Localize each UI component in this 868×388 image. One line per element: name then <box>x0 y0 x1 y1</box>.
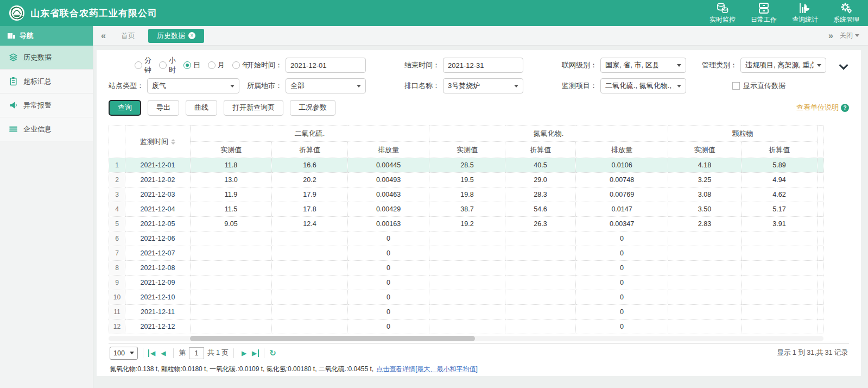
value-cell: 16.6 <box>272 158 348 173</box>
collapse-filters-icon[interactable] <box>839 61 848 70</box>
time-cell: 2021-12-05 <box>125 217 191 231</box>
page-number-input[interactable] <box>189 347 204 359</box>
daily-work-icon <box>757 2 770 14</box>
outlet-select[interactable]: 3号焚烧炉 <box>443 78 523 93</box>
close-tabs-menu[interactable]: 关闭 <box>840 31 859 40</box>
working-params-button[interactable]: 工况参数 <box>290 100 335 116</box>
partial-cell <box>818 261 824 276</box>
table-row[interactable]: 42021-12-0411.517.80.0042938.754.60.0147… <box>109 202 824 217</box>
value-cell: 19.2 <box>429 217 505 231</box>
sidebar-item-history-data[interactable]: 历史数据 <box>0 46 93 70</box>
value-cell: 0.00493 <box>348 173 429 187</box>
help-icon: ? <box>841 104 849 112</box>
query-button[interactable]: 查询 <box>109 100 141 116</box>
start-time-input[interactable] <box>286 58 366 73</box>
period-radio-分钟[interactable]: 分钟 <box>135 55 151 75</box>
sub-header: 实测值 <box>429 142 505 158</box>
value-cell <box>429 290 505 305</box>
value-cell <box>742 231 818 246</box>
curve-button[interactable]: 曲线 <box>186 100 217 116</box>
value-cell <box>272 320 348 334</box>
manage-type-label: 管理类别： <box>702 60 737 70</box>
scrollbar-thumb[interactable] <box>190 336 475 341</box>
value-cell: 54.6 <box>505 202 576 217</box>
direct-data-checkbox[interactable] <box>732 82 740 90</box>
details-link[interactable]: 点击查看详情[最大、最小和平均值] <box>376 365 478 374</box>
table-row[interactable]: 32021-12-0311.917.90.0046319.828.30.0076… <box>109 187 824 202</box>
table-row[interactable]: 62021-12-0600 <box>109 231 824 246</box>
nav-daily-work[interactable]: 日常工作 <box>751 2 777 24</box>
sidebar: 导航 历史数据 超标汇总 <box>0 26 93 388</box>
table-row[interactable]: 122021-12-1200 <box>109 320 824 334</box>
first-page-icon[interactable]: ◀ <box>148 349 158 357</box>
value-cell: 0 <box>576 305 668 320</box>
chevron-down-icon <box>677 64 681 67</box>
station-type-select[interactable]: 废气 <box>147 78 239 93</box>
value-cell <box>505 290 576 305</box>
page-prefix-label: 第 <box>179 348 186 358</box>
time-column-header[interactable]: 监测时间 <box>125 126 191 158</box>
value-cell: 0 <box>576 246 668 261</box>
export-button[interactable]: 导出 <box>148 100 179 116</box>
chevron-down-icon <box>817 64 821 67</box>
period-radio-月[interactable]: 月 <box>208 60 225 70</box>
city-select[interactable]: 全部 <box>286 78 366 93</box>
sidebar-item-label: 历史数据 <box>23 53 52 62</box>
value-cell: 0.00445 <box>348 158 429 173</box>
horizontal-scrollbar[interactable] <box>109 336 823 341</box>
end-time-input[interactable] <box>443 58 523 73</box>
monitor-items-select[interactable]: 二氧化硫., 氮氧化物., 颗粒物 <box>600 78 686 93</box>
value-cell: 0 <box>576 276 668 290</box>
tab-close-icon[interactable]: × <box>188 32 195 39</box>
nav-label: 系统管理 <box>833 15 859 24</box>
next-page-icon[interactable]: ▶ <box>239 349 249 357</box>
value-cell <box>742 305 818 320</box>
outlet-field: 排口名称： 3号焚烧炉 <box>404 77 562 95</box>
layers-icon <box>9 53 18 62</box>
manage-type-select[interactable]: 违规项目, 高架源, 重点排污 <box>740 58 826 73</box>
table-row[interactable]: 82021-12-0800 <box>109 261 824 276</box>
tabs-scroll-left-icon[interactable]: « <box>99 31 108 41</box>
value-cell: 3.08 <box>668 187 742 202</box>
tab-home[interactable]: 首页 <box>112 29 144 43</box>
value-cell <box>668 246 742 261</box>
network-level-select[interactable]: 国家, 省, 市, 区县 <box>600 58 686 73</box>
sidebar-item-abnormal-alarm[interactable]: 异常报警 <box>0 93 93 117</box>
brand: 山东省联合农药工业有限公司 <box>9 5 157 21</box>
value-cell <box>429 305 505 320</box>
table-row[interactable]: 102021-12-1000 <box>109 290 824 305</box>
period-radio-小时[interactable]: 小时 <box>159 55 176 75</box>
group-header-氮氧化物.: 氮氧化物. <box>429 126 668 142</box>
value-cell <box>742 290 818 305</box>
period-radio-日[interactable]: 日 <box>183 60 200 70</box>
chevron-down-icon <box>677 85 681 87</box>
table-row[interactable]: 22021-12-0213.020.20.0049319.529.00.0074… <box>109 173 824 187</box>
sidebar-item-label: 异常报警 <box>23 101 52 110</box>
tab-history-data[interactable]: 历史数据 × <box>148 29 204 43</box>
table-row[interactable]: 52021-12-059.0512.40.0016319.226.30.0034… <box>109 217 824 231</box>
station-type-field: 站点类型： 废气 <box>109 77 247 95</box>
sidebar-item-exceed-summary[interactable]: 超标汇总 <box>0 70 93 93</box>
refresh-icon[interactable]: ↻ <box>269 348 276 358</box>
nav-realtime-monitor[interactable]: 实时监控 <box>709 2 736 24</box>
value-cell: 11.9 <box>191 187 272 202</box>
table-row[interactable]: 112021-12-1100 <box>109 305 824 320</box>
table-row[interactable]: 92021-12-0900 <box>109 276 824 290</box>
last-page-icon[interactable]: ▶ <box>249 349 259 357</box>
nav-system-manage[interactable]: 系统管理 <box>833 2 859 24</box>
tabs-scroll-right-icon[interactable]: » <box>826 31 835 41</box>
sidebar-item-label: 超标汇总 <box>23 77 52 86</box>
nav-query-stats[interactable]: 查询统计 <box>792 2 818 24</box>
value-cell <box>429 276 505 290</box>
prev-page-icon[interactable]: ◀ <box>158 349 168 357</box>
value-cell <box>505 276 576 290</box>
sidebar-item-company-info[interactable]: 企业信息 <box>0 117 93 141</box>
open-new-query-button[interactable]: 打开新查询页 <box>224 100 283 116</box>
table-row[interactable]: 12021-12-0111.816.60.0044528.540.50.0106… <box>109 158 824 173</box>
chevron-down-icon <box>514 85 518 87</box>
table-row[interactable]: 72021-12-0700 <box>109 246 824 261</box>
page-size-select[interactable]: 100 <box>110 347 138 360</box>
partial-column-header <box>818 126 824 158</box>
unit-description-link[interactable]: 查看单位说明 ? <box>796 103 849 112</box>
sort-icon[interactable] <box>171 139 175 145</box>
